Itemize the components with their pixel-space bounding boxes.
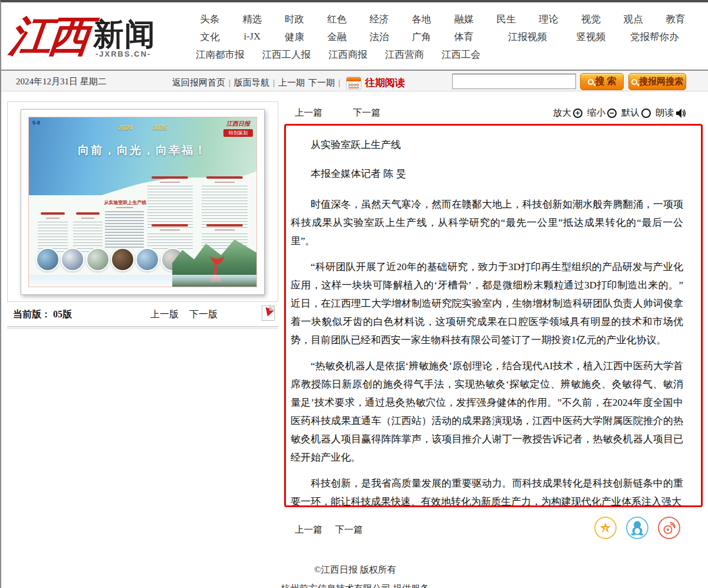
article-panel: 上一篇 下一篇 放大 + 缩小 − 默认 朗读: [284, 105, 704, 544]
read-aloud-control[interactable]: 朗读: [656, 107, 687, 119]
next-issue-link[interactable]: 下一期: [308, 77, 335, 88]
nav-item-minsheng[interactable]: 民生: [485, 13, 528, 26]
weibo-icon: [662, 521, 676, 535]
qq-penguin-icon: [630, 520, 644, 536]
preview-page-range: 5-8: [32, 120, 40, 126]
preview-photo-circle: [61, 248, 84, 271]
preview-masthead-name: 江西日报: [223, 120, 253, 128]
nav-item-toutiao[interactable]: 头条: [189, 13, 231, 26]
nav-item-wenhua[interactable]: 文化: [189, 31, 231, 44]
next-article-link[interactable]: 下一篇: [335, 524, 363, 536]
nav-item-jiaoyu[interactable]: 教育: [654, 13, 697, 26]
read-aloud-label: 朗读: [656, 107, 674, 119]
search-input[interactable]: [452, 74, 576, 89]
logo-domain: -JXRBS.CN-: [96, 50, 151, 58]
back-home-link[interactable]: 返回报网首页: [172, 77, 225, 88]
nav-item-fazhi[interactable]: 法治: [358, 31, 400, 44]
preview-column: [147, 224, 193, 251]
search-button-label: 搜 索: [595, 75, 617, 88]
provider-text: 杭州前方信息技术有限公司 提供服务: [1, 583, 708, 588]
site-logo[interactable]: 江西 新闻 -JXRBS.CN-: [9, 7, 186, 66]
preview-column: [105, 207, 144, 248]
nav-item-jiangnan-dushibao[interactable]: 江南都市报: [196, 48, 245, 61]
layout-nav-link[interactable]: 版面导航: [234, 77, 269, 88]
prev-page-link[interactable]: 上一版: [150, 308, 179, 321]
site-search-button[interactable]: 搜报网搜索: [628, 73, 686, 90]
nav-row3: 江南都市报 江西工人报 江西商报 江西营商 江西工会: [189, 48, 697, 61]
preview-column: [38, 212, 67, 252]
nav-item-lilun[interactable]: 理论: [528, 13, 570, 26]
preview-year-2024: 2024: [118, 124, 133, 131]
preview-center-headline: 从实验室跃上生产线: [104, 199, 144, 206]
zoom-out-control[interactable]: 缩小 −: [587, 107, 617, 119]
search-icon: [588, 79, 594, 85]
calendar-icon[interactable]: [346, 77, 361, 90]
nav-item-jiangbao-video[interactable]: 江报视频: [485, 31, 570, 44]
search-button[interactable]: 搜 索: [580, 73, 624, 90]
nav-item-tiyu[interactable]: 体育: [443, 31, 485, 44]
nav-item-dangbao-help[interactable]: 党报帮你办: [612, 31, 697, 44]
page-pager-row: 当前版： 05版 上一版 下一版: [7, 305, 278, 324]
share-qq-button[interactable]: [626, 517, 648, 539]
prev-article-link[interactable]: 上一篇: [295, 107, 322, 119]
page-nav-links: 上一版 下一版: [150, 308, 218, 321]
separator: |: [338, 78, 340, 88]
article-title: 从实验室跃上生产线: [291, 136, 683, 154]
logo-script-text: 江西: [6, 8, 90, 65]
nav-item-hongse[interactable]: 红色: [316, 13, 358, 26]
preview-masthead: 江西日报 特别策划: [223, 120, 253, 137]
next-article-link[interactable]: 下一篇: [353, 107, 381, 119]
current-page-group: 当前版： 05版: [13, 308, 72, 321]
share-qzone-button[interactable]: ★ z: [594, 517, 617, 539]
share-weibo-button[interactable]: [658, 517, 680, 539]
preview-photo-circle: [136, 248, 159, 271]
zoom-out-label: 缩小: [587, 107, 605, 119]
thumbnail-box: 2024 2025 向前，向光，向幸福！ 5-8 江西日报 特别策划: [7, 101, 278, 302]
preview-column: [147, 176, 193, 229]
next-page-link[interactable]: 下一版: [189, 308, 218, 321]
page-root: 江西 新闻 -JXRBS.CN- 头条 精选 时政 红色 经济 各地 融媒 民生…: [0, 0, 708, 588]
preview-column: [73, 212, 103, 252]
preview-bottom-wave: [29, 275, 256, 287]
nav-item-shizheng[interactable]: 时政: [274, 13, 316, 26]
nav-item-jingxuan[interactable]: 精选: [231, 13, 274, 26]
separator: |: [273, 78, 275, 88]
article-paragraph: “科研团队开展了近20年的基础研究，致力于3D打印再生型组织的产品研发与产业化应…: [291, 258, 683, 349]
nav-item-jiangxi-shangbao[interactable]: 江西商报: [328, 48, 367, 61]
nav-item-jiankang[interactable]: 健康: [274, 31, 316, 44]
article-byline: 本报全媒体记者 陈 旻: [291, 165, 683, 183]
default-size-icon: [641, 109, 651, 118]
nav-item-shu-video[interactable]: 竖视频: [570, 31, 612, 44]
prev-issue-link[interactable]: 上一期: [278, 77, 305, 88]
nav-item-jiangxi-gonghui[interactable]: 江西工会: [442, 48, 480, 61]
article-nav-links-top: 上一篇 下一篇: [295, 107, 380, 119]
article-paragraph: “热敏灸机器人是依据‘辨敏施灸’原创理论，结合现代AI技术，植入江西中医药大学首…: [291, 357, 683, 467]
pdf-icon[interactable]: [262, 306, 275, 321]
qzone-z-icon: z: [604, 525, 607, 532]
nav-item-jinrong[interactable]: 金融: [316, 31, 358, 44]
nav-item-jiangxi-yingshang[interactable]: 江西营商: [385, 48, 424, 61]
nav-item-guangjiao[interactable]: 广角: [400, 31, 443, 44]
page-footer: ©江西日报 版权所有 杭州前方信息技术有限公司 提供服务: [1, 564, 708, 588]
page-thumbnail-panel: 2024 2025 向前，向光，向幸福！ 5-8 江西日报 特别策划: [7, 101, 278, 329]
nav-item-ijx[interactable]: i-JX: [231, 31, 274, 44]
default-size-control[interactable]: 默认: [621, 107, 651, 119]
zoom-out-icon: −: [607, 109, 617, 118]
current-page-value: 05版: [53, 309, 72, 319]
preview-masthead-sub: 特别策划: [223, 129, 253, 137]
past-issues-link[interactable]: 往期阅读: [365, 76, 405, 90]
nav-item-gedi[interactable]: 各地: [400, 13, 443, 26]
preview-photo-circle: [86, 248, 110, 271]
preview-years: 2024 2025: [118, 124, 167, 131]
nav-item-jingji[interactable]: 经济: [358, 13, 400, 26]
nav-item-guandian[interactable]: 观点: [612, 13, 654, 26]
newspaper-thumbnail[interactable]: 2024 2025 向前，向光，向幸福！ 5-8 江西日报 特别策划: [21, 109, 265, 295]
nav-item-shijue[interactable]: 视觉: [570, 13, 612, 26]
nav-grid: 头条 精选 时政 红色 经济 各地 融媒 民生 理论 视觉 观点 教育 文化 i…: [189, 13, 697, 44]
prev-article-link[interactable]: 上一篇: [295, 524, 322, 536]
nav-item-jiangxi-gongrenbao[interactable]: 江西工人报: [262, 48, 311, 61]
nav-item-rongmei[interactable]: 融媒: [443, 13, 485, 26]
zoom-in-control[interactable]: 放大 +: [553, 107, 582, 119]
issue-date: 2024年12月31日 星期二: [16, 76, 107, 87]
issue-links: 返回报网首页 | 版面导航 | 上一期 下一期 | 往期阅读: [172, 76, 405, 90]
